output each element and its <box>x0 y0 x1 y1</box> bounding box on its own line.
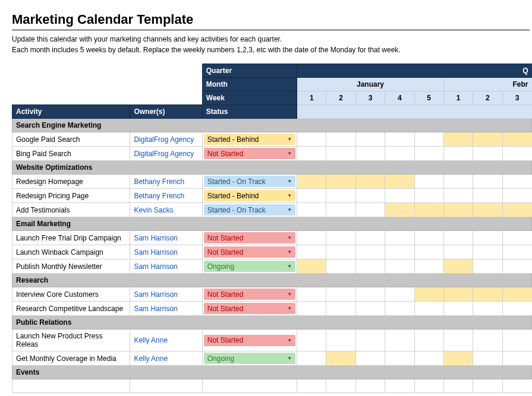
cell-week[interactable] <box>385 189 414 203</box>
cell-status[interactable]: Not Started▼ <box>202 302 297 316</box>
header-week-num[interactable]: 2 <box>326 91 355 105</box>
cell-owner[interactable]: DigitalFrog Agency <box>130 147 202 161</box>
cell-week[interactable] <box>297 132 326 147</box>
cell-status[interactable]: Not Started▼ <box>202 147 297 161</box>
status-select[interactable]: Started - Behind▼ <box>204 190 295 201</box>
cell-week[interactable] <box>443 259 473 274</box>
cell-week[interactable] <box>473 203 502 217</box>
cell-week[interactable] <box>443 287 473 302</box>
cell-status[interactable]: Started - Behind▼ <box>202 189 297 203</box>
cell-week[interactable] <box>443 203 473 217</box>
cell-week[interactable] <box>355 132 385 147</box>
cell-status[interactable]: Not Started▼ <box>202 245 297 259</box>
cell-week[interactable] <box>502 245 531 259</box>
header-february[interactable]: Febr <box>443 78 531 91</box>
status-select[interactable]: Not Started▼ <box>204 232 295 243</box>
header-q1[interactable]: Q <box>297 64 532 78</box>
status-select[interactable]: Not Started▼ <box>204 289 295 300</box>
status-select[interactable]: Started - On Track▼ <box>204 204 295 216</box>
cell-week[interactable] <box>443 175 473 189</box>
cell-owner[interactable]: Sam Harrison <box>130 231 202 245</box>
cell-week[interactable] <box>473 379 502 393</box>
cell-activity[interactable]: Redesign Pricing Page <box>12 189 130 203</box>
cell-week[interactable] <box>414 245 443 259</box>
cell-activity[interactable]: Bing Paid Search <box>12 147 130 161</box>
header-quarter[interactable]: Quarter <box>202 64 297 78</box>
header-status[interactable]: Status <box>202 105 297 119</box>
cell-owner[interactable]: Bethany French <box>130 189 202 203</box>
cell-week[interactable] <box>385 379 414 393</box>
cell-week[interactable] <box>414 379 443 393</box>
cell-week[interactable] <box>385 351 414 366</box>
cell-activity[interactable]: Interview Core Customers <box>12 287 130 302</box>
section-header[interactable]: Website Optimizations <box>12 161 532 175</box>
cell-week[interactable] <box>414 351 443 366</box>
cell-week[interactable] <box>502 351 531 366</box>
cell-week[interactable] <box>473 147 502 161</box>
cell-week[interactable] <box>355 147 385 161</box>
cell-week[interactable] <box>326 175 355 189</box>
cell-week[interactable] <box>355 231 385 245</box>
header-activity[interactable]: Activity <box>12 105 130 119</box>
cell-week[interactable] <box>473 330 502 351</box>
section-header[interactable]: Public Relations <box>12 316 532 330</box>
cell-week[interactable] <box>297 351 326 366</box>
cell-week[interactable] <box>473 231 502 245</box>
header-week-num[interactable]: 1 <box>443 91 473 105</box>
cell-status[interactable] <box>202 379 297 393</box>
cell-week[interactable] <box>443 351 473 366</box>
cell-week[interactable] <box>443 245 473 259</box>
cell-week[interactable] <box>502 231 531 245</box>
cell-week[interactable] <box>385 302 414 316</box>
cell-activity[interactable]: Launch Winback Campaign <box>12 245 130 259</box>
cell-week[interactable] <box>473 302 502 316</box>
cell-week[interactable] <box>385 203 414 217</box>
cell-owner[interactable]: Sam Harrison <box>130 259 202 274</box>
cell-week[interactable] <box>502 203 531 217</box>
cell-week[interactable] <box>326 245 355 259</box>
cell-week[interactable] <box>443 132 473 147</box>
cell-week[interactable] <box>326 147 355 161</box>
section-header[interactable]: Email Marketing <box>12 217 532 231</box>
status-select[interactable]: Started - Behind▼ <box>204 134 295 145</box>
cell-week[interactable] <box>443 379 473 393</box>
header-week[interactable]: Week <box>202 91 297 105</box>
cell-activity[interactable]: Launch Free Trial Drip Campaign <box>12 231 130 245</box>
cell-week[interactable] <box>502 259 531 274</box>
cell-week[interactable] <box>443 147 473 161</box>
cell-week[interactable] <box>443 231 473 245</box>
status-select[interactable]: Ongoing▼ <box>204 353 295 364</box>
cell-week[interactable] <box>414 203 443 217</box>
cell-activity[interactable]: Google Paid Search <box>12 132 130 147</box>
cell-week[interactable] <box>502 379 531 393</box>
cell-week[interactable] <box>502 132 531 147</box>
cell-owner[interactable] <box>130 379 202 393</box>
cell-activity[interactable]: Add Testimonials <box>12 203 130 217</box>
cell-week[interactable] <box>502 330 531 351</box>
cell-week[interactable] <box>326 259 355 274</box>
cell-week[interactable] <box>355 203 385 217</box>
cell-week[interactable] <box>414 132 443 147</box>
cell-status[interactable]: Started - Behind▼ <box>202 132 297 147</box>
cell-week[interactable] <box>414 147 443 161</box>
cell-week[interactable] <box>297 175 326 189</box>
cell-week[interactable] <box>414 302 443 316</box>
header-week-num[interactable]: 3 <box>355 91 385 105</box>
header-week-num[interactable]: 5 <box>414 91 443 105</box>
status-select[interactable]: Started - On Track▼ <box>204 176 295 187</box>
cell-activity[interactable]: Launch New Product Press Releas <box>12 330 130 351</box>
header-month[interactable]: Month <box>202 78 297 91</box>
cell-week[interactable] <box>443 330 473 351</box>
cell-week[interactable] <box>443 302 473 316</box>
cell-status[interactable]: Not Started▼ <box>202 231 297 245</box>
cell-week[interactable] <box>355 245 385 259</box>
cell-week[interactable] <box>473 259 502 274</box>
cell-week[interactable] <box>473 132 502 147</box>
cell-week[interactable] <box>297 330 326 351</box>
cell-week[interactable] <box>326 231 355 245</box>
cell-status[interactable]: Not Started▼ <box>202 287 297 302</box>
cell-week[interactable] <box>414 175 443 189</box>
cell-week[interactable] <box>414 189 443 203</box>
cell-week[interactable] <box>385 245 414 259</box>
cell-week[interactable] <box>297 231 326 245</box>
